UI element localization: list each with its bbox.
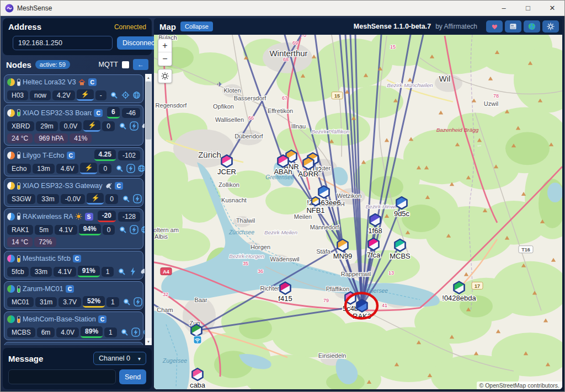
- crosshair-icon[interactable]: [121, 90, 130, 100]
- battery-icon: [17, 182, 20, 190]
- magnifier-icon[interactable]: [120, 327, 130, 337]
- message-input[interactable]: [8, 369, 116, 384]
- bolt-circled-icon[interactable]: [131, 327, 141, 337]
- magnifier-icon[interactable]: [118, 225, 127, 234]
- zoom-control: + −: [158, 39, 172, 66]
- stat-chip: -: [95, 90, 106, 100]
- magnifier-icon[interactable]: [121, 194, 131, 203]
- zug-node[interactable]: [191, 324, 202, 336]
- town-label: Wil: [439, 74, 451, 83]
- stat-chip: Echo: [7, 164, 31, 174]
- town-label: Zugersee: [162, 358, 187, 364]
- node-card[interactable]: XIAO ESP32-S3 Gateway C S3GW33m-0.0V⚡0: [4, 178, 143, 207]
- node-role-icon: [7, 78, 15, 86]
- bolt-circled-icon[interactable]: [134, 297, 143, 307]
- scroll-down-icon[interactable]: ▼: [145, 338, 152, 345]
- stat-chip: 4.0V: [56, 327, 79, 337]
- magnifier-icon: [121, 329, 129, 336]
- mqtt-checkbox[interactable]: [122, 61, 129, 68]
- byline-label: by Affirmatech: [435, 23, 477, 30]
- node-role-icon: [7, 285, 15, 293]
- sun-icon: [161, 72, 169, 80]
- battery-icon: [17, 152, 20, 159]
- window-title: MeshSense: [17, 4, 52, 12]
- node-role-icon: [7, 152, 15, 159]
- stat-chip: 1: [106, 297, 119, 307]
- favorites-button[interactable]: [486, 20, 503, 33]
- maximize-button[interactable]: □: [516, 1, 540, 15]
- town-label: Bazenheid Brägg: [436, 127, 479, 133]
- node-name: Zarum-MC01: [23, 285, 63, 293]
- battery-icon: [17, 109, 20, 116]
- close-button[interactable]: ✕: [540, 1, 564, 15]
- node-card[interactable]: Meshtastic 5fcb C 5fcb33m4.1V91%1: [4, 251, 143, 280]
- zoom-out-button[interactable]: −: [158, 52, 172, 66]
- stat-chip: 33m: [37, 194, 58, 204]
- minimize-button[interactable]: –: [492, 1, 516, 15]
- address-input[interactable]: [13, 36, 113, 50]
- node-card[interactable]: Zarum-MC01 C MC0131m3.7V52%1: [4, 281, 143, 310]
- stat-chip: 4.6V: [56, 164, 79, 174]
- node-list-scrollbar[interactable]: ▲ ▼: [145, 74, 152, 345]
- message-log-button[interactable]: [505, 20, 521, 33]
- world-map-button[interactable]: [524, 20, 540, 33]
- bolt-icon[interactable]: [128, 267, 137, 276]
- magnifier-icon: [116, 165, 124, 173]
- bolt-circled-icon[interactable]: [129, 225, 138, 234]
- satellite-icon[interactable]: [139, 267, 145, 276]
- node-list[interactable]: Heltec Lora32 V3 C H03now4.2V⚡- XIAO ESP…: [3, 74, 145, 345]
- map-theme-button[interactable]: [158, 69, 172, 83]
- satellite-icon: [105, 182, 113, 190]
- marker-label: 1f68: [368, 227, 382, 235]
- satellite-icon[interactable]: [140, 121, 145, 131]
- globe-icon: [141, 225, 145, 234]
- magnifier-icon[interactable]: [110, 90, 119, 100]
- node-card[interactable]: RAKwireless RAK4631 S-20-128 RAK15m4.1V9…: [4, 208, 143, 249]
- zoom-in-button[interactable]: +: [158, 39, 172, 52]
- node-card[interactable]: XIAO ESP32-S3 Board C6-46 XBRD29m0.0V⚡02…: [4, 105, 143, 146]
- road-badge: 17: [472, 282, 483, 289]
- node-role-icon: [7, 182, 15, 190]
- channel-select[interactable]: Channel 0 ▾: [93, 352, 146, 365]
- map-collapse-button[interactable]: Collapse: [180, 22, 213, 31]
- globe-icon[interactable]: [132, 90, 141, 100]
- globe-icon[interactable]: [140, 225, 145, 234]
- channel-badge: S: [85, 213, 93, 221]
- settings-button[interactable]: [542, 20, 559, 33]
- message-heading: Message: [8, 354, 43, 363]
- active-count-badge: active: 59: [35, 60, 70, 69]
- channel-badge: C: [94, 109, 103, 117]
- bolt-circled-icon[interactable]: [132, 194, 142, 203]
- svg-text:A4: A4: [163, 269, 169, 275]
- magnifier-icon[interactable]: [117, 267, 126, 276]
- node-card[interactable]: RAKwireless RAK4631 Sola... C RAK312m4.1…: [4, 342, 143, 345]
- stat-chip: -0.0V: [61, 194, 86, 204]
- globe-icon[interactable]: [142, 327, 145, 337]
- sidebar: Address Connected Disconnect Nodes activ…: [3, 18, 152, 389]
- scrollbar-thumb[interactable]: [146, 82, 151, 139]
- map-canvas[interactable]: ✈ BülachWinterthurRegensdorfKlotenBasser…: [154, 35, 562, 389]
- stat-chip: -20: [98, 211, 116, 222]
- globe-icon[interactable]: [137, 164, 145, 173]
- route-number-label: 68: [283, 57, 289, 62]
- scroll-up-icon[interactable]: ▲: [145, 74, 152, 81]
- connection-status: Connected: [114, 23, 146, 31]
- stat-chip: ⚡: [77, 89, 94, 101]
- node-card[interactable]: MeshCom-Base-Station C MCBS6m4.0V89%1: [4, 312, 143, 340]
- town-label: Albis: [154, 233, 168, 240]
- magnifier-icon[interactable]: [122, 297, 132, 307]
- bolt-circled-icon[interactable]: [129, 121, 138, 131]
- map-attribution[interactable]: © OpenStreetMap contributors.: [477, 382, 562, 389]
- collapse-sidebar-button[interactable]: ←: [133, 59, 148, 70]
- magnifier-icon[interactable]: [118, 121, 127, 131]
- node-name: RAKwireless RAK4631: [23, 213, 73, 221]
- node-card[interactable]: Lilygo T-Echo C4.25-102 Echo13m4.6V⚡0: [4, 147, 143, 176]
- bolt-circled-icon[interactable]: [126, 164, 135, 173]
- magnifier-icon[interactable]: [115, 164, 124, 173]
- globe-icon[interactable]: [143, 194, 145, 203]
- env-chip: 72%: [34, 237, 56, 247]
- town-label: Opfikon: [213, 103, 234, 110]
- node-card[interactable]: Heltec Lora32 V3 C H03now4.2V⚡-: [4, 74, 143, 103]
- wifi-marker[interactable]: [194, 336, 201, 343]
- send-button[interactable]: Send: [119, 369, 146, 384]
